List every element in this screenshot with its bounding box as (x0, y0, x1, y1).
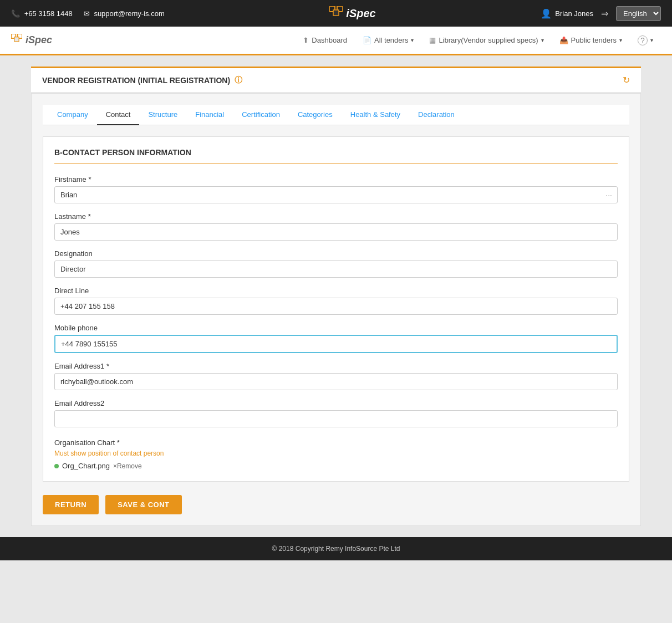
page-title: VENDOR REGISTRATION (INITIAL REGISTRATIO… (42, 75, 242, 85)
tab-company[interactable]: Company (48, 105, 97, 125)
main-nav: iSpec ⬆ Dashboard 📄 All tenders ▾ ▦ Libr… (0, 27, 672, 55)
designation-label: Designation (54, 249, 618, 258)
tenders-icon: 📄 (363, 36, 371, 44)
lastname-label: Lastname * (54, 212, 618, 221)
lastname-group: Lastname * (54, 212, 618, 241)
mobile-phone-group: Mobile phone (54, 324, 618, 353)
lastname-input[interactable] (54, 223, 618, 241)
tab-financial[interactable]: Financial (186, 105, 233, 125)
nav-dashboard[interactable]: ⬆ Dashboard (295, 26, 355, 55)
button-row: RETURN SAVE & CONT (43, 495, 629, 514)
org-chart-file: Org_Chart.png ×Remove (54, 462, 618, 470)
designation-group: Designation (54, 249, 618, 278)
tab-certification[interactable]: Certification (233, 105, 289, 125)
email-contact: ✉ support@remy-is.com (84, 9, 165, 18)
user-icon: 👤 (541, 8, 552, 19)
phone-icon: 📞 (11, 9, 20, 18)
firstname-dots-icon[interactable]: ··· (605, 191, 612, 200)
help-dropdown-icon: ▾ (650, 37, 653, 43)
library-dropdown-icon: ▾ (541, 37, 544, 43)
page-title-bar: VENDOR REGISTRATION (INITIAL REGISTRATIO… (31, 67, 641, 92)
nav-logo[interactable]: iSpec (11, 34, 52, 47)
org-chart-filename: Org_Chart.png (62, 462, 110, 470)
phone-contact: 📞 +65 3158 1448 (11, 9, 73, 18)
language-selector[interactable]: English (616, 6, 661, 21)
firstname-input-wrapper: ··· (54, 186, 618, 203)
footer: © 2018 Copyright Remy InfoSource Pte Ltd (0, 537, 672, 560)
tabs-container: Company Contact Structure Financial Cert… (43, 105, 629, 125)
direct-line-input[interactable] (54, 298, 618, 315)
remove-file-link[interactable]: ×Remove (113, 462, 142, 470)
file-status-dot (54, 464, 59, 468)
tenders-dropdown-icon: ▾ (411, 37, 414, 43)
org-chart-warning: Must show position of contact person (54, 450, 618, 457)
save-continue-button[interactable]: SAVE & CONT (105, 495, 181, 514)
svg-rect-5 (14, 37, 19, 42)
email2-input[interactable] (54, 410, 618, 427)
email-icon: ✉ (84, 9, 90, 18)
org-chart-label: Organisation Chart * (54, 438, 618, 447)
main-content: Company Contact Structure Financial Cert… (31, 93, 641, 526)
nav-all-tenders[interactable]: 📄 All tenders ▾ (355, 26, 421, 55)
direct-line-label: Direct Line (54, 287, 618, 295)
svg-rect-2 (333, 10, 339, 16)
nav-public-tenders[interactable]: 📤 Public tenders ▾ (552, 26, 630, 55)
tab-contact[interactable]: Contact (97, 105, 140, 125)
mobile-phone-label: Mobile phone (54, 324, 618, 332)
dashboard-icon: ⬆ (303, 36, 309, 44)
library-icon: ▦ (429, 36, 436, 44)
mobile-phone-input[interactable] (54, 335, 618, 353)
return-button[interactable]: RETURN (43, 495, 99, 514)
public-tenders-dropdown-icon: ▾ (619, 37, 622, 43)
help-icon: ? (638, 35, 648, 45)
tab-declaration[interactable]: Declaration (409, 105, 464, 125)
nav-logo-icon (11, 34, 22, 47)
user-info: 👤 Brian Jones (541, 8, 593, 19)
logo-icon-top (329, 6, 343, 21)
designation-input[interactable] (54, 261, 618, 278)
top-bar-left: 📞 +65 3158 1448 ✉ support@remy-is.com (11, 9, 165, 18)
page-refresh-icon[interactable]: ↻ (623, 75, 630, 85)
email2-group: Email Address2 (54, 399, 618, 427)
firstname-input[interactable] (54, 186, 618, 203)
form-section: B-CONTACT PERSON INFORMATION Firstname *… (43, 136, 629, 482)
tab-health-safety[interactable]: Health & Safety (342, 105, 409, 125)
nav-links: ⬆ Dashboard 📄 All tenders ▾ ▦ Library(Ve… (295, 26, 661, 55)
firstname-group: Firstname * ··· (54, 175, 618, 203)
brand-logo-top: iSpec (329, 6, 375, 21)
nav-library[interactable]: ▦ Library(Vendor supplied specs) ▾ (421, 26, 551, 55)
tab-categories[interactable]: Categories (289, 105, 342, 125)
org-chart-section: Organisation Chart * Must show position … (54, 438, 618, 470)
firstname-label: Firstname * (54, 175, 618, 183)
public-tenders-icon: 📤 (559, 36, 568, 44)
page-help-icon[interactable]: ⓘ (235, 75, 242, 85)
email1-group: Email Address1 * (54, 362, 618, 390)
section-title: B-CONTACT PERSON INFORMATION (54, 148, 618, 164)
nav-help[interactable]: ? ▾ (630, 26, 661, 55)
top-bar-right: 👤 Brian Jones ⇒ English (541, 6, 661, 21)
top-bar: 📞 +65 3158 1448 ✉ support@remy-is.com iS… (0, 0, 672, 27)
logout-icon[interactable]: ⇒ (601, 8, 608, 19)
email1-label: Email Address1 * (54, 362, 618, 370)
page-container: VENDOR REGISTRATION (INITIAL REGISTRATIO… (20, 55, 652, 537)
direct-line-group: Direct Line (54, 287, 618, 315)
email2-label: Email Address2 (54, 399, 618, 407)
tab-structure[interactable]: Structure (139, 105, 186, 125)
email1-input[interactable] (54, 373, 618, 390)
